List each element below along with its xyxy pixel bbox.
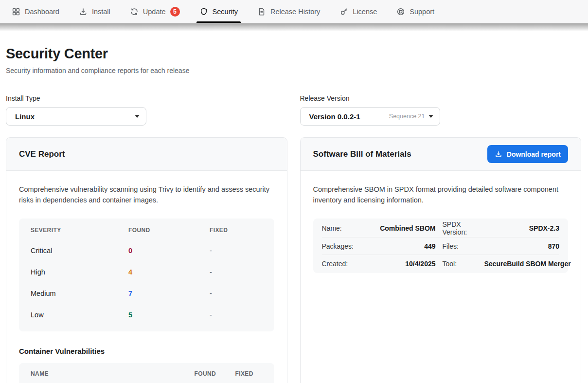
nav-label: Security	[213, 8, 238, 16]
nav-item-support[interactable]: Support	[390, 0, 441, 23]
nav-item-update[interactable]: Update 5	[123, 0, 187, 23]
fixed-count: -	[210, 268, 263, 276]
fixed-count: -	[210, 311, 263, 319]
cve-report-title: CVE Report	[19, 149, 65, 159]
report-cards: CVE Report Comprehensive vulnerability s…	[6, 137, 581, 383]
sequence-label: Sequence 21	[389, 113, 425, 120]
cve-report-description: Comprehensive vulnerability scanning usi…	[19, 184, 274, 205]
table-row-high: High 4 -	[19, 261, 274, 283]
severity-name: Medium	[31, 290, 128, 297]
severity-name: Low	[31, 311, 128, 319]
refresh-icon	[130, 7, 139, 16]
nav-label: Update	[143, 8, 166, 16]
nav-item-security[interactable]: Security	[193, 0, 245, 23]
install-type-select[interactable]: Linux	[6, 107, 146, 126]
nav-item-install[interactable]: Install	[72, 0, 117, 23]
column-header-severity: SEVERITY	[31, 227, 128, 234]
sbom-field-value: 870	[484, 242, 560, 250]
sbom-field-label: Name:	[322, 224, 359, 232]
column-header-fixed: FIXED	[210, 227, 263, 234]
sbom-field-label: Files:	[436, 242, 484, 250]
sbom-title: Software Bill of Materials	[313, 149, 411, 159]
install-type-label: Install Type	[6, 94, 287, 102]
sbom-field-label: Tool:	[436, 260, 484, 268]
install-type-value: Linux	[15, 112, 35, 121]
release-version-filter: Release Version Version 0.0.2-1 Sequence…	[300, 94, 582, 126]
table-row-medium: Medium 7 -	[19, 283, 274, 304]
sbom-header: Software Bill of Materials Download repo…	[301, 138, 581, 171]
shield-icon	[199, 7, 208, 16]
table-row-low: Low 5 -	[19, 304, 274, 326]
release-version-meta: Sequence 21	[389, 113, 433, 120]
sbom-field-value: SPDX-2.3	[484, 224, 560, 232]
nav-item-license[interactable]: License	[333, 0, 384, 23]
download-icon	[79, 7, 88, 16]
column-header-found: FOUND	[128, 227, 210, 234]
sbom-field-label: SPDX Version:	[436, 220, 484, 236]
sbom-field-value: SecureBuild SBOM Merger	[484, 260, 571, 268]
nav-item-release-history[interactable]: Release History	[250, 0, 327, 23]
download-report-label: Download report	[507, 150, 561, 158]
chevron-down-icon	[135, 115, 140, 118]
severity-table-header: SEVERITY FOUND FIXED	[19, 220, 274, 240]
container-vulnerabilities-title: Container Vulnerabilities	[19, 347, 274, 355]
header-shadow-band	[0, 23, 588, 31]
sbom-field-label: Created:	[322, 260, 359, 268]
found-count: 7	[128, 290, 210, 297]
cve-report-body: Comprehensive vulnerability scanning usi…	[6, 171, 287, 383]
table-row-critical: Critical 0 -	[19, 240, 274, 261]
column-header-name: NAME	[31, 370, 195, 377]
release-version-select[interactable]: Version 0.0.2-1 Sequence 21	[300, 107, 440, 126]
table-row: Name: Combined SBOM SPDX Version: SPDX-2…	[322, 219, 560, 237]
cve-report-card: CVE Report Comprehensive vulnerability s…	[6, 137, 287, 383]
download-report-button[interactable]: Download report	[487, 145, 568, 163]
column-header-found: FOUND	[195, 370, 235, 377]
sbom-field-value: 449	[359, 242, 436, 250]
download-icon	[495, 150, 502, 158]
page-title: Security Center	[6, 46, 581, 62]
fixed-count: -	[210, 247, 263, 255]
sbom-body: Comprehensive SBOM in SPDX format provid…	[301, 171, 581, 273]
found-count: 0	[128, 247, 210, 255]
sbom-field-value: Combined SBOM	[359, 224, 436, 232]
nav-label: Support	[410, 8, 434, 16]
table-row: Created: 10/4/2025 Tool: SecureBuild SBO…	[322, 255, 560, 272]
top-navigation: Dashboard Install Update 5 Security Rele…	[0, 0, 588, 23]
filters-row: Install Type Linux Release Version Versi…	[6, 94, 581, 126]
chevron-down-icon	[428, 115, 433, 118]
nav-label: License	[353, 8, 377, 16]
sbom-card: Software Bill of Materials Download repo…	[300, 137, 582, 383]
install-type-filter: Install Type Linux	[6, 94, 287, 126]
sbom-details-table: Name: Combined SBOM SPDX Version: SPDX-2…	[313, 219, 569, 273]
main-content: Security Center Security information and…	[0, 31, 588, 383]
table-row: Packages: 449 Files: 870	[322, 237, 560, 255]
nav-label: Install	[92, 8, 110, 16]
sbom-field-value: 10/4/2025	[359, 260, 436, 268]
column-header-fixed: FIXED	[235, 370, 263, 377]
key-icon	[339, 7, 348, 16]
container-vulnerabilities-header: NAME FOUND FIXED	[19, 363, 274, 383]
severity-name: Critical	[31, 247, 128, 255]
nav-item-dashboard[interactable]: Dashboard	[5, 0, 66, 23]
update-count-badge: 5	[170, 7, 180, 17]
nav-label: Dashboard	[25, 8, 59, 16]
fixed-count: -	[210, 290, 263, 297]
dashboard-grid-icon	[12, 7, 20, 16]
release-version-label: Release Version	[300, 94, 582, 102]
severity-table: SEVERITY FOUND FIXED Critical 0 - High 4…	[19, 219, 274, 331]
life-buoy-icon	[396, 7, 405, 16]
document-icon	[257, 7, 266, 16]
cve-report-header: CVE Report	[6, 138, 287, 171]
found-count: 4	[128, 268, 210, 276]
severity-name: High	[31, 268, 128, 276]
sbom-field-label: Packages:	[322, 242, 359, 250]
release-version-value: Version 0.0.2-1	[309, 112, 360, 121]
found-count: 5	[128, 311, 210, 319]
nav-label: Release History	[270, 8, 320, 16]
sbom-description: Comprehensive SBOM in SPDX format provid…	[313, 184, 569, 205]
page-subtitle: Security information and compliance repo…	[6, 67, 581, 74]
